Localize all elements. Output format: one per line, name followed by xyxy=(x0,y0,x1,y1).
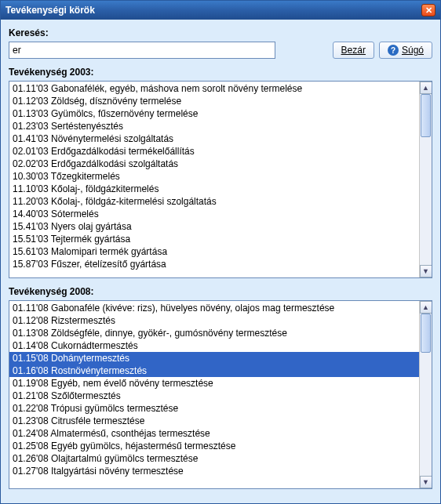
button-row: Bezár ? Súgó xyxy=(333,42,432,59)
close-icon: ✕ xyxy=(425,5,432,16)
list-item[interactable]: 02.01'03 Erdőgazdálkodási termékelőállít… xyxy=(9,145,419,158)
list-item[interactable]: 15.51'03 Tejtermék gyártása xyxy=(9,233,419,245)
list-item[interactable]: 01.27'08 Italgyártási növény termesztése xyxy=(9,465,419,477)
listbox-2008[interactable]: 01.11'08 Gabonaféle (kivéve: rizs), hüve… xyxy=(9,300,432,489)
list-item[interactable]: 01.23'03 Sertéstenyésztés xyxy=(9,120,419,132)
section-2008-label: Tevékenység 2008: xyxy=(9,286,432,297)
list-item[interactable]: 01.24'08 Almatermésű, csonthéjas termesz… xyxy=(9,427,419,440)
list-item[interactable]: 01.12'03 Zöldség, dísznövény termelése xyxy=(9,95,419,107)
scroll-up-button[interactable]: ▲ xyxy=(420,301,432,314)
list-item[interactable]: 15.87'03 Fűszer, ételízesítő gyártása xyxy=(9,258,419,270)
list-item[interactable]: 01.19'08 Egyéb, nem évelő növény termesz… xyxy=(9,377,419,390)
scroll-up-button[interactable]: ▲ xyxy=(420,82,432,94)
help-button[interactable]: ? Súgó xyxy=(379,42,432,59)
scrollbar-2003[interactable]: ▲ ▼ xyxy=(419,82,432,277)
list-item[interactable]: 01.12'08 Rizstermesztés xyxy=(9,314,419,327)
content-area: Keresés: Bezár ? Súgó Tevékenység 2003: … xyxy=(1,20,440,503)
list-item[interactable]: 01.16'08 Rostnövénytermesztés xyxy=(9,364,419,377)
list-item[interactable]: 01.21'08 Szőlőtermesztés xyxy=(9,390,419,402)
list-item[interactable]: 01.13'08 Zöldségféle, dinnye, gyökér-, g… xyxy=(9,327,419,339)
scroll-down-button[interactable]: ▼ xyxy=(420,265,432,277)
scroll-track[interactable] xyxy=(420,94,432,265)
list-item[interactable]: 11.20'03 Kőolaj-, földgáz-kitermelési sz… xyxy=(9,195,419,208)
scroll-thumb[interactable] xyxy=(421,94,431,137)
section-2003-label: Tevékenység 2003: xyxy=(9,67,432,78)
list-item[interactable]: 01.13'03 Gyümölcs, fűszernövény termelés… xyxy=(9,107,419,120)
close-button-label: Bezár xyxy=(341,45,366,56)
list-item[interactable]: 01.25'08 Egyéb gyümölcs, héjastermésű te… xyxy=(9,440,419,452)
help-icon: ? xyxy=(388,45,399,56)
search-label: Keresés: xyxy=(9,27,432,38)
list-item[interactable]: 10.30'03 Tőzegkitermelés xyxy=(9,170,419,183)
list-item[interactable]: 01.41'03 Növénytermelési szolgáltatás xyxy=(9,132,419,145)
window-close-button[interactable]: ✕ xyxy=(421,4,436,16)
scroll-thumb[interactable] xyxy=(421,314,431,353)
list-item[interactable]: 15.41'03 Nyers olaj gyártása xyxy=(9,220,419,233)
list-item[interactable]: 01.14'08 Cukornádtermesztés xyxy=(9,339,419,352)
help-button-label: Súgó xyxy=(402,45,424,56)
scroll-down-button[interactable]: ▼ xyxy=(420,476,432,488)
search-input[interactable] xyxy=(9,42,275,59)
list-item[interactable]: 14.40'03 Sótermelés xyxy=(9,208,419,220)
list-item[interactable]: 15.61'03 Malomipari termék gyártása xyxy=(9,245,419,258)
dialog-window: Tevékenységi körök ✕ Keresés: Bezár ? Sú… xyxy=(0,0,441,504)
scroll-track[interactable] xyxy=(420,314,432,476)
list-item[interactable]: 01.23'08 Citrusféle termesztése xyxy=(9,415,419,427)
search-row: Bezár ? Súgó xyxy=(9,42,432,59)
window-title: Tevékenységi körök xyxy=(5,5,95,16)
list-item[interactable]: 01.26'08 Olajtartalmú gyümölcs termeszté… xyxy=(9,452,419,465)
list-item[interactable]: 01.11'08 Gabonaféle (kivéve: rizs), hüve… xyxy=(9,302,419,314)
close-button[interactable]: Bezár xyxy=(333,42,374,59)
listbox-2003[interactable]: 01.11'03 Gabonafélék, egyéb, máshova nem… xyxy=(9,81,432,278)
titlebar: Tevékenységi körök ✕ xyxy=(1,1,440,20)
list-item[interactable]: 02.02'03 Erdőgazdálkodási szolgáltatás xyxy=(9,158,419,170)
scrollbar-2008[interactable]: ▲ ▼ xyxy=(419,301,432,488)
list-item[interactable]: 01.11'03 Gabonafélék, egyéb, máshova nem… xyxy=(9,82,419,95)
list-item[interactable]: 11.10'03 Kőolaj-, földgázkitermelés xyxy=(9,183,419,195)
list-item[interactable]: 01.22'08 Trópusi gyümölcs termesztése xyxy=(9,402,419,415)
list-item[interactable]: 01.15'08 Dohánytermesztés xyxy=(9,352,419,364)
